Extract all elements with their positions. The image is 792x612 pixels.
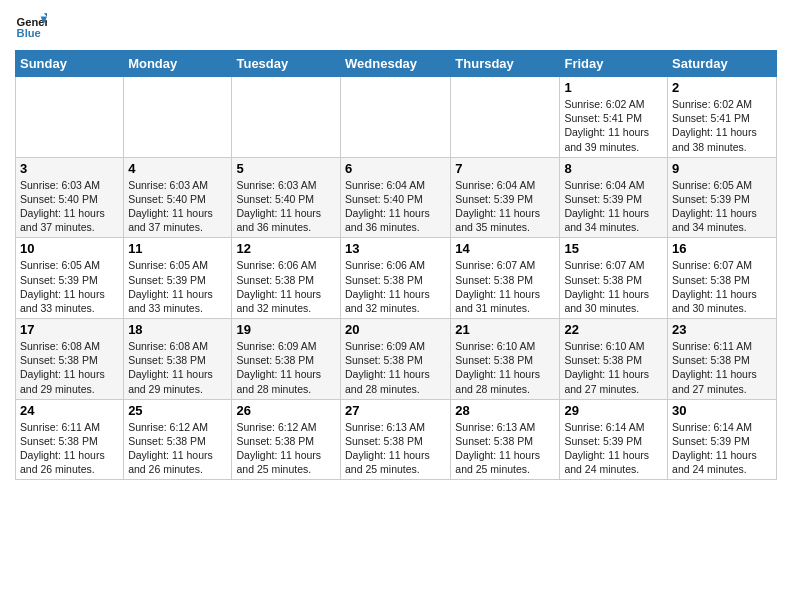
day-number: 29 [564, 403, 663, 418]
calendar-cell: 14Sunrise: 6:07 AM Sunset: 5:38 PM Dayli… [451, 238, 560, 319]
calendar-week-row: 3Sunrise: 6:03 AM Sunset: 5:40 PM Daylig… [16, 157, 777, 238]
calendar-cell: 7Sunrise: 6:04 AM Sunset: 5:39 PM Daylig… [451, 157, 560, 238]
day-info: Sunrise: 6:13 AM Sunset: 5:38 PM Dayligh… [455, 420, 555, 477]
calendar-cell: 28Sunrise: 6:13 AM Sunset: 5:38 PM Dayli… [451, 399, 560, 480]
day-number: 4 [128, 161, 227, 176]
day-number: 12 [236, 241, 336, 256]
day-info: Sunrise: 6:11 AM Sunset: 5:38 PM Dayligh… [672, 339, 772, 396]
day-info: Sunrise: 6:08 AM Sunset: 5:38 PM Dayligh… [128, 339, 227, 396]
day-number: 8 [564, 161, 663, 176]
calendar-cell: 24Sunrise: 6:11 AM Sunset: 5:38 PM Dayli… [16, 399, 124, 480]
day-number: 26 [236, 403, 336, 418]
day-info: Sunrise: 6:03 AM Sunset: 5:40 PM Dayligh… [128, 178, 227, 235]
day-number: 13 [345, 241, 446, 256]
calendar-cell: 10Sunrise: 6:05 AM Sunset: 5:39 PM Dayli… [16, 238, 124, 319]
calendar-cell: 8Sunrise: 6:04 AM Sunset: 5:39 PM Daylig… [560, 157, 668, 238]
day-info: Sunrise: 6:03 AM Sunset: 5:40 PM Dayligh… [20, 178, 119, 235]
calendar-cell: 12Sunrise: 6:06 AM Sunset: 5:38 PM Dayli… [232, 238, 341, 319]
day-number: 1 [564, 80, 663, 95]
day-number: 2 [672, 80, 772, 95]
day-of-week-header: Monday [124, 51, 232, 77]
day-info: Sunrise: 6:04 AM Sunset: 5:39 PM Dayligh… [455, 178, 555, 235]
day-info: Sunrise: 6:02 AM Sunset: 5:41 PM Dayligh… [564, 97, 663, 154]
calendar-cell: 22Sunrise: 6:10 AM Sunset: 5:38 PM Dayli… [560, 319, 668, 400]
calendar-cell: 17Sunrise: 6:08 AM Sunset: 5:38 PM Dayli… [16, 319, 124, 400]
calendar-cell: 25Sunrise: 6:12 AM Sunset: 5:38 PM Dayli… [124, 399, 232, 480]
day-info: Sunrise: 6:10 AM Sunset: 5:38 PM Dayligh… [455, 339, 555, 396]
day-info: Sunrise: 6:12 AM Sunset: 5:38 PM Dayligh… [128, 420, 227, 477]
calendar-table: SundayMondayTuesdayWednesdayThursdayFrid… [15, 50, 777, 480]
day-info: Sunrise: 6:03 AM Sunset: 5:40 PM Dayligh… [236, 178, 336, 235]
logo: General Blue [15, 10, 47, 42]
calendar-header: SundayMondayTuesdayWednesdayThursdayFrid… [16, 51, 777, 77]
svg-text:Blue: Blue [17, 27, 41, 39]
day-of-week-header: Thursday [451, 51, 560, 77]
day-number: 20 [345, 322, 446, 337]
day-number: 19 [236, 322, 336, 337]
day-number: 23 [672, 322, 772, 337]
day-info: Sunrise: 6:10 AM Sunset: 5:38 PM Dayligh… [564, 339, 663, 396]
day-number: 5 [236, 161, 336, 176]
day-of-week-header: Wednesday [341, 51, 451, 77]
calendar-cell [341, 77, 451, 158]
day-info: Sunrise: 6:09 AM Sunset: 5:38 PM Dayligh… [345, 339, 446, 396]
calendar-cell: 27Sunrise: 6:13 AM Sunset: 5:38 PM Dayli… [341, 399, 451, 480]
day-of-week-header: Saturday [668, 51, 777, 77]
calendar-cell: 1Sunrise: 6:02 AM Sunset: 5:41 PM Daylig… [560, 77, 668, 158]
day-info: Sunrise: 6:08 AM Sunset: 5:38 PM Dayligh… [20, 339, 119, 396]
calendar-cell: 11Sunrise: 6:05 AM Sunset: 5:39 PM Dayli… [124, 238, 232, 319]
day-number: 6 [345, 161, 446, 176]
day-number: 18 [128, 322, 227, 337]
day-number: 14 [455, 241, 555, 256]
day-number: 11 [128, 241, 227, 256]
day-number: 28 [455, 403, 555, 418]
calendar-cell: 30Sunrise: 6:14 AM Sunset: 5:39 PM Dayli… [668, 399, 777, 480]
day-number: 3 [20, 161, 119, 176]
calendar-cell: 6Sunrise: 6:04 AM Sunset: 5:40 PM Daylig… [341, 157, 451, 238]
calendar-cell: 26Sunrise: 6:12 AM Sunset: 5:38 PM Dayli… [232, 399, 341, 480]
calendar-week-row: 24Sunrise: 6:11 AM Sunset: 5:38 PM Dayli… [16, 399, 777, 480]
day-info: Sunrise: 6:14 AM Sunset: 5:39 PM Dayligh… [672, 420, 772, 477]
day-info: Sunrise: 6:06 AM Sunset: 5:38 PM Dayligh… [345, 258, 446, 315]
day-info: Sunrise: 6:05 AM Sunset: 5:39 PM Dayligh… [128, 258, 227, 315]
calendar-cell [232, 77, 341, 158]
calendar-week-row: 17Sunrise: 6:08 AM Sunset: 5:38 PM Dayli… [16, 319, 777, 400]
logo-icon: General Blue [15, 10, 47, 42]
day-of-week-header: Friday [560, 51, 668, 77]
calendar-cell: 16Sunrise: 6:07 AM Sunset: 5:38 PM Dayli… [668, 238, 777, 319]
day-number: 27 [345, 403, 446, 418]
day-number: 30 [672, 403, 772, 418]
calendar-week-row: 10Sunrise: 6:05 AM Sunset: 5:39 PM Dayli… [16, 238, 777, 319]
day-info: Sunrise: 6:13 AM Sunset: 5:38 PM Dayligh… [345, 420, 446, 477]
day-info: Sunrise: 6:14 AM Sunset: 5:39 PM Dayligh… [564, 420, 663, 477]
day-number: 17 [20, 322, 119, 337]
page-header: General Blue [15, 10, 777, 42]
day-info: Sunrise: 6:07 AM Sunset: 5:38 PM Dayligh… [564, 258, 663, 315]
day-info: Sunrise: 6:09 AM Sunset: 5:38 PM Dayligh… [236, 339, 336, 396]
day-info: Sunrise: 6:12 AM Sunset: 5:38 PM Dayligh… [236, 420, 336, 477]
calendar-cell: 3Sunrise: 6:03 AM Sunset: 5:40 PM Daylig… [16, 157, 124, 238]
calendar-cell: 18Sunrise: 6:08 AM Sunset: 5:38 PM Dayli… [124, 319, 232, 400]
day-number: 22 [564, 322, 663, 337]
calendar-cell: 2Sunrise: 6:02 AM Sunset: 5:41 PM Daylig… [668, 77, 777, 158]
day-info: Sunrise: 6:02 AM Sunset: 5:41 PM Dayligh… [672, 97, 772, 154]
calendar-week-row: 1Sunrise: 6:02 AM Sunset: 5:41 PM Daylig… [16, 77, 777, 158]
calendar-cell: 9Sunrise: 6:05 AM Sunset: 5:39 PM Daylig… [668, 157, 777, 238]
calendar-cell: 20Sunrise: 6:09 AM Sunset: 5:38 PM Dayli… [341, 319, 451, 400]
day-number: 7 [455, 161, 555, 176]
day-of-week-header: Sunday [16, 51, 124, 77]
day-info: Sunrise: 6:07 AM Sunset: 5:38 PM Dayligh… [455, 258, 555, 315]
calendar-cell: 19Sunrise: 6:09 AM Sunset: 5:38 PM Dayli… [232, 319, 341, 400]
day-number: 16 [672, 241, 772, 256]
day-number: 25 [128, 403, 227, 418]
day-number: 10 [20, 241, 119, 256]
day-number: 24 [20, 403, 119, 418]
calendar-cell: 13Sunrise: 6:06 AM Sunset: 5:38 PM Dayli… [341, 238, 451, 319]
calendar-cell [451, 77, 560, 158]
calendar-cell: 23Sunrise: 6:11 AM Sunset: 5:38 PM Dayli… [668, 319, 777, 400]
day-number: 21 [455, 322, 555, 337]
day-info: Sunrise: 6:06 AM Sunset: 5:38 PM Dayligh… [236, 258, 336, 315]
day-number: 15 [564, 241, 663, 256]
calendar-cell [124, 77, 232, 158]
calendar-cell: 15Sunrise: 6:07 AM Sunset: 5:38 PM Dayli… [560, 238, 668, 319]
